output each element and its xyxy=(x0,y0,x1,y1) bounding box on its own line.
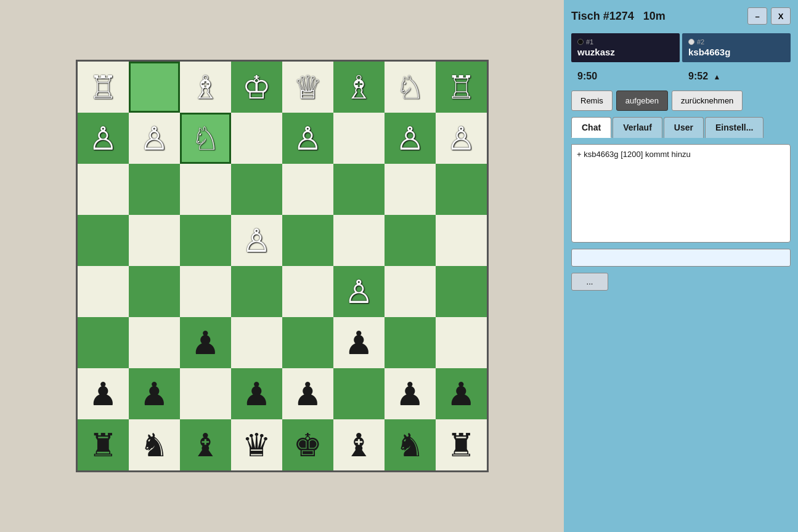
board-cell[interactable]: ♕ xyxy=(282,62,333,113)
board-cell[interactable]: ♙ xyxy=(333,266,385,317)
board-cell[interactable]: ♟ xyxy=(282,368,333,419)
board-cell[interactable] xyxy=(282,266,333,317)
board-cell[interactable] xyxy=(180,368,231,419)
chess-piece: ♜ xyxy=(89,429,118,461)
board-cell[interactable] xyxy=(129,215,180,266)
panel-controls: – X xyxy=(747,7,791,25)
board-cell[interactable] xyxy=(78,164,129,215)
close-button[interactable]: X xyxy=(771,7,791,25)
board-cell[interactable] xyxy=(333,164,385,215)
chess-piece: ♟ xyxy=(396,378,425,410)
chess-piece: ♖ xyxy=(447,71,476,103)
chess-piece: ♕ xyxy=(293,71,322,103)
board-cell[interactable] xyxy=(333,215,385,266)
board-cell[interactable]: ♟ xyxy=(180,317,231,368)
board-cell[interactable]: ♝ xyxy=(333,419,385,470)
board-cell[interactable]: ♛ xyxy=(231,419,282,470)
board-cell[interactable]: ♙ xyxy=(129,113,180,164)
board-cell[interactable] xyxy=(231,317,282,368)
board-cell[interactable]: ♜ xyxy=(436,419,487,470)
zuruecknehmen-button[interactable]: zurücknehmen xyxy=(672,91,743,111)
board-cell[interactable]: ♟ xyxy=(129,368,180,419)
board-cell[interactable]: ♟ xyxy=(436,368,487,419)
chess-piece: ♙ xyxy=(140,123,169,155)
board-cell[interactable]: ♞ xyxy=(129,419,180,470)
board-cell[interactable]: ♟ xyxy=(385,368,436,419)
board-cell[interactable]: ♜ xyxy=(78,419,129,470)
chess-piece: ♙ xyxy=(447,123,476,155)
board-cell[interactable] xyxy=(180,266,231,317)
board-cell[interactable] xyxy=(385,215,436,266)
board-cell[interactable]: ♘ xyxy=(180,113,231,164)
chess-piece: ♘ xyxy=(396,71,425,103)
board-cell[interactable]: ♞ xyxy=(385,419,436,470)
board-cell[interactable] xyxy=(282,317,333,368)
chess-board[interactable]: ♖♗♔♕♗♘♖♙♙♘♙♙♙♙♙♟♟♟♟♟♟♟♟♜♞♝♛♚♝♞♜ xyxy=(76,60,489,472)
chess-piece: ♗ xyxy=(344,71,373,103)
board-cell[interactable] xyxy=(129,266,180,317)
board-cell[interactable]: ♖ xyxy=(436,62,487,113)
chess-piece: ♚ xyxy=(293,429,322,461)
tab-einstellungen[interactable]: Einstell... xyxy=(705,117,763,138)
board-cell[interactable]: ♙ xyxy=(282,113,333,164)
board-cell[interactable]: ♙ xyxy=(231,215,282,266)
chess-piece: ♟ xyxy=(293,378,322,410)
board-cell[interactable] xyxy=(385,317,436,368)
player2-timer: 9:52 ▲ xyxy=(682,68,791,84)
board-cell[interactable] xyxy=(180,164,231,215)
active-indicator: ▲ xyxy=(713,73,720,81)
board-cell[interactable] xyxy=(333,368,385,419)
board-cell[interactable] xyxy=(282,164,333,215)
board-cell[interactable]: ♟ xyxy=(78,368,129,419)
board-cell[interactable]: ♟ xyxy=(231,368,282,419)
board-cell[interactable]: ♙ xyxy=(436,113,487,164)
board-cell[interactable] xyxy=(385,164,436,215)
board-cell[interactable] xyxy=(385,266,436,317)
aufgeben-button[interactable]: aufgeben xyxy=(616,91,668,111)
board-cell[interactable]: ♘ xyxy=(385,62,436,113)
chess-piece: ♛ xyxy=(242,429,271,461)
board-cell[interactable] xyxy=(333,113,385,164)
player1-name: wuzkasz xyxy=(577,47,674,57)
board-cell[interactable] xyxy=(129,164,180,215)
board-cell[interactable]: ♝ xyxy=(180,419,231,470)
tab-verlauf[interactable]: Verlauf xyxy=(613,117,662,138)
board-cell[interactable]: ♟ xyxy=(333,317,385,368)
chess-piece: ♝ xyxy=(191,429,220,461)
board-cell[interactable] xyxy=(436,266,487,317)
board-cell[interactable] xyxy=(436,164,487,215)
board-cell[interactable]: ♙ xyxy=(78,113,129,164)
table-title: Tisch #1274 xyxy=(571,10,634,22)
chess-area: ♖♗♔♕♗♘♖♙♙♘♙♙♙♙♙♟♟♟♟♟♟♟♟♜♞♝♛♚♝♞♜ xyxy=(0,0,564,532)
remis-button[interactable]: Remis xyxy=(571,91,613,111)
board-cell[interactable] xyxy=(436,317,487,368)
board-cell[interactable] xyxy=(231,164,282,215)
player2-number: #2 xyxy=(697,38,704,46)
board-cell[interactable] xyxy=(129,62,180,113)
board-cell[interactable]: ♖ xyxy=(78,62,129,113)
board-cell[interactable] xyxy=(78,266,129,317)
chat-area: + ksb4663g [1200] kommt hinzu xyxy=(571,144,791,243)
chat-send-button[interactable]: ... xyxy=(571,273,608,291)
tab-user[interactable]: User xyxy=(664,117,704,138)
chess-piece: ♙ xyxy=(344,276,373,308)
board-cell[interactable] xyxy=(436,215,487,266)
minimize-button[interactable]: – xyxy=(747,7,767,25)
board-cell[interactable] xyxy=(78,317,129,368)
board-cell[interactable] xyxy=(78,215,129,266)
player1-timer: 9:50 xyxy=(571,68,680,84)
tab-chat[interactable]: Chat xyxy=(571,117,611,138)
board-cell[interactable]: ♚ xyxy=(282,419,333,470)
board-cell[interactable] xyxy=(129,317,180,368)
player1-timer-value: 9:50 xyxy=(577,71,597,81)
board-cell[interactable]: ♗ xyxy=(333,62,385,113)
board-cell[interactable] xyxy=(180,215,231,266)
right-panel: Tisch #1274 10m – X #1 wuzkasz #2 ksb466… xyxy=(564,0,798,532)
chat-input[interactable] xyxy=(571,249,791,267)
board-cell[interactable] xyxy=(282,215,333,266)
board-cell[interactable] xyxy=(231,266,282,317)
board-cell[interactable]: ♙ xyxy=(385,113,436,164)
board-cell[interactable] xyxy=(231,113,282,164)
board-cell[interactable]: ♔ xyxy=(231,62,282,113)
board-cell[interactable]: ♗ xyxy=(180,62,231,113)
